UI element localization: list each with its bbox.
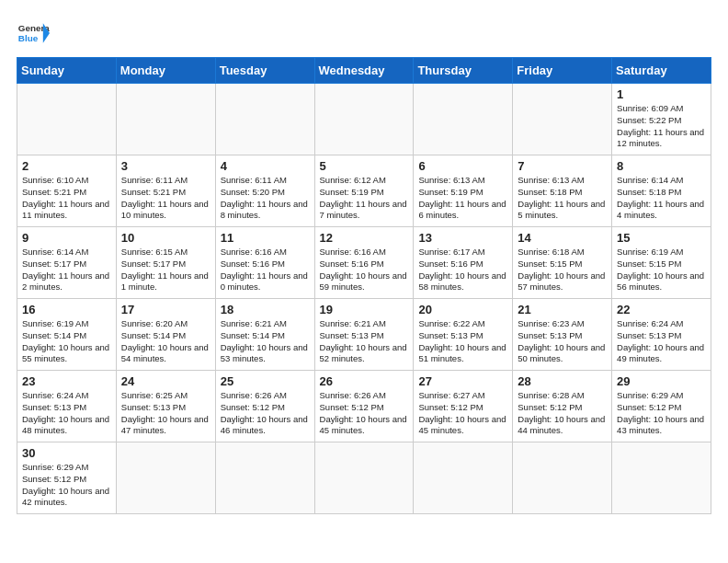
day-number: 12 bbox=[320, 231, 409, 245]
day-number: 13 bbox=[418, 231, 507, 245]
calendar-cell: 27Sunrise: 6:27 AM Sunset: 5:12 PM Dayli… bbox=[414, 371, 513, 442]
calendar-cell: 25Sunrise: 6:26 AM Sunset: 5:12 PM Dayli… bbox=[215, 371, 314, 442]
calendar-cell: 8Sunrise: 6:14 AM Sunset: 5:18 PM Daylig… bbox=[612, 155, 711, 227]
day-info: Sunrise: 6:14 AM Sunset: 5:17 PM Dayligh… bbox=[22, 247, 111, 293]
day-info: Sunrise: 6:19 AM Sunset: 5:14 PM Dayligh… bbox=[22, 318, 111, 365]
day-info: Sunrise: 6:17 AM Sunset: 5:16 PM Dayligh… bbox=[418, 247, 507, 293]
day-info: Sunrise: 6:10 AM Sunset: 5:21 PM Dayligh… bbox=[22, 175, 111, 222]
day-number: 8 bbox=[617, 159, 706, 173]
calendar-cell: 3Sunrise: 6:11 AM Sunset: 5:21 PM Daylig… bbox=[116, 155, 215, 227]
calendar-cell: 23Sunrise: 6:24 AM Sunset: 5:13 PM Dayli… bbox=[17, 371, 117, 442]
day-number: 22 bbox=[617, 303, 706, 316]
day-info: Sunrise: 6:15 AM Sunset: 5:17 PM Dayligh… bbox=[121, 247, 210, 293]
day-number: 18 bbox=[221, 303, 310, 316]
calendar-cell: 4Sunrise: 6:11 AM Sunset: 5:20 PM Daylig… bbox=[215, 155, 314, 227]
day-info: Sunrise: 6:26 AM Sunset: 5:12 PM Dayligh… bbox=[221, 390, 310, 437]
calendar-cell: 11Sunrise: 6:16 AM Sunset: 5:16 PM Dayli… bbox=[215, 227, 314, 299]
calendar-cell: 24Sunrise: 6:25 AM Sunset: 5:13 PM Dayli… bbox=[116, 371, 215, 442]
day-number: 10 bbox=[121, 231, 210, 245]
calendar-cell: 9Sunrise: 6:14 AM Sunset: 5:17 PM Daylig… bbox=[17, 227, 117, 299]
day-info: Sunrise: 6:24 AM Sunset: 5:13 PM Dayligh… bbox=[617, 318, 706, 365]
calendar-cell bbox=[513, 442, 612, 514]
day-number: 1 bbox=[617, 87, 706, 101]
day-number: 26 bbox=[320, 374, 409, 388]
day-number: 4 bbox=[221, 159, 310, 173]
weekday-header-friday: Friday bbox=[513, 58, 612, 84]
calendar-cell: 28Sunrise: 6:28 AM Sunset: 5:12 PM Dayli… bbox=[513, 371, 612, 442]
calendar-cell bbox=[215, 84, 314, 155]
calendar-cell bbox=[116, 84, 215, 155]
day-info: Sunrise: 6:13 AM Sunset: 5:19 PM Dayligh… bbox=[418, 175, 507, 222]
calendar-cell: 21Sunrise: 6:23 AM Sunset: 5:13 PM Dayli… bbox=[513, 299, 612, 371]
day-info: Sunrise: 6:27 AM Sunset: 5:12 PM Dayligh… bbox=[418, 390, 507, 437]
day-number: 17 bbox=[121, 303, 210, 316]
calendar-cell: 14Sunrise: 6:18 AM Sunset: 5:15 PM Dayli… bbox=[513, 227, 612, 299]
day-info: Sunrise: 6:16 AM Sunset: 5:16 PM Dayligh… bbox=[221, 247, 310, 293]
day-number: 29 bbox=[617, 374, 706, 388]
calendar-cell: 2Sunrise: 6:10 AM Sunset: 5:21 PM Daylig… bbox=[17, 155, 117, 227]
calendar-week-row: 16Sunrise: 6:19 AM Sunset: 5:14 PM Dayli… bbox=[17, 299, 711, 371]
day-info: Sunrise: 6:11 AM Sunset: 5:20 PM Dayligh… bbox=[221, 175, 310, 222]
calendar-cell: 1Sunrise: 6:09 AM Sunset: 5:22 PM Daylig… bbox=[612, 84, 711, 155]
calendar-cell: 6Sunrise: 6:13 AM Sunset: 5:19 PM Daylig… bbox=[414, 155, 513, 227]
calendar-cell: 13Sunrise: 6:17 AM Sunset: 5:16 PM Dayli… bbox=[414, 227, 513, 299]
day-number: 5 bbox=[320, 159, 409, 173]
day-info: Sunrise: 6:23 AM Sunset: 5:13 PM Dayligh… bbox=[518, 318, 607, 365]
calendar-cell: 16Sunrise: 6:19 AM Sunset: 5:14 PM Dayli… bbox=[17, 299, 117, 371]
day-number: 11 bbox=[221, 231, 310, 245]
day-number: 7 bbox=[518, 159, 607, 173]
weekday-header-monday: Monday bbox=[116, 58, 215, 84]
calendar-week-row: 30Sunrise: 6:29 AM Sunset: 5:12 PM Dayli… bbox=[17, 442, 711, 514]
calendar-body: 1Sunrise: 6:09 AM Sunset: 5:22 PM Daylig… bbox=[17, 84, 711, 514]
day-number: 25 bbox=[221, 374, 310, 388]
calendar-cell: 17Sunrise: 6:20 AM Sunset: 5:14 PM Dayli… bbox=[116, 299, 215, 371]
day-number: 21 bbox=[518, 303, 607, 316]
calendar-cell bbox=[513, 84, 612, 155]
day-info: Sunrise: 6:12 AM Sunset: 5:19 PM Dayligh… bbox=[320, 175, 409, 222]
weekday-header-saturday: Saturday bbox=[612, 58, 711, 84]
calendar-cell bbox=[612, 442, 711, 514]
calendar-week-row: 9Sunrise: 6:14 AM Sunset: 5:17 PM Daylig… bbox=[17, 227, 711, 299]
weekday-header-wednesday: Wednesday bbox=[314, 58, 414, 84]
day-number: 28 bbox=[518, 374, 607, 388]
logo: General Blue bbox=[17, 17, 50, 50]
weekday-header-thursday: Thursday bbox=[414, 58, 513, 84]
day-info: Sunrise: 6:16 AM Sunset: 5:16 PM Dayligh… bbox=[320, 247, 409, 293]
day-number: 19 bbox=[320, 303, 409, 316]
day-info: Sunrise: 6:29 AM Sunset: 5:12 PM Dayligh… bbox=[617, 390, 706, 437]
calendar-cell: 12Sunrise: 6:16 AM Sunset: 5:16 PM Dayli… bbox=[314, 227, 414, 299]
day-number: 2 bbox=[22, 159, 111, 173]
day-info: Sunrise: 6:29 AM Sunset: 5:12 PM Dayligh… bbox=[22, 462, 111, 509]
calendar-cell: 26Sunrise: 6:26 AM Sunset: 5:12 PM Dayli… bbox=[314, 371, 414, 442]
calendar-cell bbox=[314, 84, 414, 155]
day-number: 9 bbox=[22, 231, 111, 245]
calendar-week-row: 2Sunrise: 6:10 AM Sunset: 5:21 PM Daylig… bbox=[17, 155, 711, 227]
day-info: Sunrise: 6:19 AM Sunset: 5:15 PM Dayligh… bbox=[617, 247, 706, 293]
calendar-cell bbox=[314, 442, 414, 514]
calendar-cell: 20Sunrise: 6:22 AM Sunset: 5:13 PM Dayli… bbox=[414, 299, 513, 371]
calendar-week-row: 23Sunrise: 6:24 AM Sunset: 5:13 PM Dayli… bbox=[17, 371, 711, 442]
day-info: Sunrise: 6:26 AM Sunset: 5:12 PM Dayligh… bbox=[320, 390, 409, 437]
calendar-table: SundayMondayTuesdayWednesdayThursdayFrid… bbox=[17, 57, 711, 514]
calendar-cell: 7Sunrise: 6:13 AM Sunset: 5:18 PM Daylig… bbox=[513, 155, 612, 227]
generalblue-logo-icon: General Blue bbox=[17, 17, 50, 50]
day-info: Sunrise: 6:14 AM Sunset: 5:18 PM Dayligh… bbox=[617, 175, 706, 222]
calendar-cell: 30Sunrise: 6:29 AM Sunset: 5:12 PM Dayli… bbox=[17, 442, 117, 514]
day-info: Sunrise: 6:28 AM Sunset: 5:12 PM Dayligh… bbox=[518, 390, 607, 437]
day-info: Sunrise: 6:24 AM Sunset: 5:13 PM Dayligh… bbox=[22, 390, 111, 437]
day-number: 3 bbox=[121, 159, 210, 173]
calendar-cell: 10Sunrise: 6:15 AM Sunset: 5:17 PM Dayli… bbox=[116, 227, 215, 299]
day-number: 27 bbox=[418, 374, 507, 388]
day-number: 20 bbox=[418, 303, 507, 316]
calendar-cell bbox=[215, 442, 314, 514]
calendar-cell: 18Sunrise: 6:21 AM Sunset: 5:14 PM Dayli… bbox=[215, 299, 314, 371]
weekday-header-sunday: Sunday bbox=[17, 58, 117, 84]
day-info: Sunrise: 6:11 AM Sunset: 5:21 PM Dayligh… bbox=[121, 175, 210, 222]
calendar-cell: 22Sunrise: 6:24 AM Sunset: 5:13 PM Dayli… bbox=[612, 299, 711, 371]
svg-text:Blue: Blue bbox=[18, 33, 39, 43]
day-number: 24 bbox=[121, 374, 210, 388]
calendar-cell: 15Sunrise: 6:19 AM Sunset: 5:15 PM Dayli… bbox=[612, 227, 711, 299]
day-info: Sunrise: 6:25 AM Sunset: 5:13 PM Dayligh… bbox=[121, 390, 210, 437]
day-info: Sunrise: 6:18 AM Sunset: 5:15 PM Dayligh… bbox=[518, 247, 607, 293]
calendar-cell bbox=[414, 442, 513, 514]
